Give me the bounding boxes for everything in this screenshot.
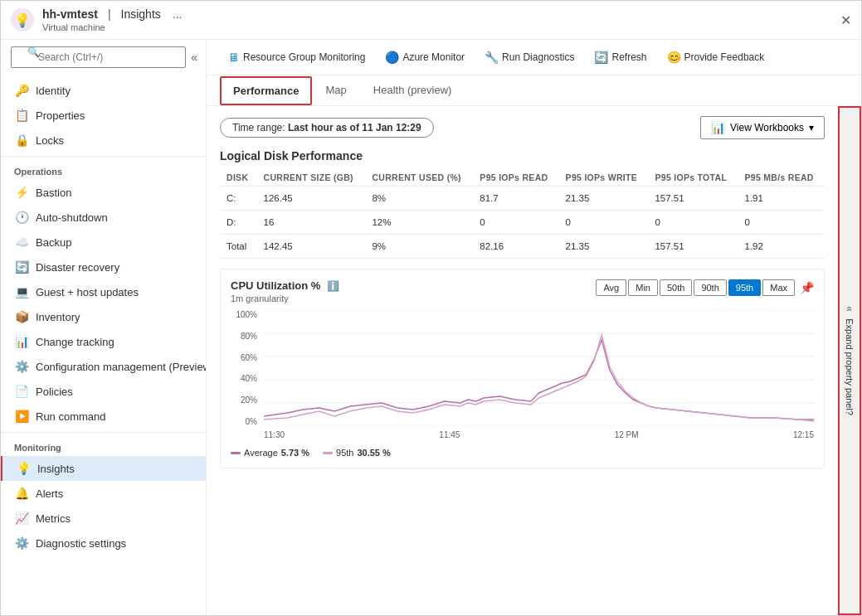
- pin-icon[interactable]: 📌: [800, 281, 814, 294]
- sidebar-item-auto-shutdown[interactable]: 🕐 Auto-shutdown: [1, 205, 206, 230]
- sidebar-item-properties[interactable]: 📋 Properties: [1, 103, 206, 128]
- chart-btn-min[interactable]: Min: [628, 279, 658, 296]
- section-header-monitoring: Monitoring: [1, 432, 206, 456]
- sidebar-nav: 🔑 Identity 📋 Properties 🔒 Locks Operatio…: [1, 75, 206, 559]
- resource-group-label: Resource Group Monitoring: [243, 51, 365, 63]
- sidebar-label-guest-host: Guest + host updates: [36, 286, 139, 298]
- tab-map-label: Map: [325, 84, 346, 96]
- disaster-recovery-icon: 🔄: [14, 259, 29, 274]
- col-used: CURRENT USED (%): [365, 169, 473, 187]
- col-mb-read: P95 MB/s READ: [738, 169, 825, 187]
- chart-x-labels: 11:30 11:45 12 PM 12:15: [264, 426, 814, 443]
- expand-property-panel-button[interactable]: Expand property panel? «: [838, 106, 861, 615]
- chart-plot: [264, 310, 814, 426]
- diagnostic-settings-icon: ⚙️: [14, 536, 29, 551]
- sidebar-item-metrics[interactable]: 📈 Metrics: [1, 506, 206, 531]
- view-workbooks-button[interactable]: 📊 View Workbooks ▾: [700, 116, 825, 139]
- sidebar-label-bastion: Bastion: [36, 187, 71, 199]
- title-separator: |: [108, 7, 111, 21]
- sidebar-label-alerts: Alerts: [36, 487, 63, 500]
- sidebar-item-guest-host[interactable]: 💻 Guest + host updates: [1, 279, 206, 304]
- disk-table-header-row: DISK CURRENT SIZE (GB) CURRENT USED (%) …: [220, 169, 825, 187]
- azure-monitor-label: Azure Monitor: [402, 51, 465, 63]
- feedback-icon: 😊: [667, 51, 681, 64]
- main-content: Time range: Last hour as of 11 Jan 12:29…: [207, 106, 838, 615]
- azure-monitor-button[interactable]: 🔵 Azure Monitor: [377, 46, 473, 68]
- content-area: 🖥 Resource Group Monitoring 🔵 Azure Moni…: [207, 40, 861, 615]
- cpu-chart-container: CPU Utilization % ℹ️ 1m granularity Avg …: [220, 269, 825, 468]
- disk-section-title: Logical Disk Performance: [220, 149, 825, 162]
- workbooks-icon: 📊: [711, 121, 725, 134]
- title-dots: ...: [173, 7, 183, 21]
- time-range-label: Time range:: [232, 122, 285, 133]
- title-bar: 💡 hh-vmtest | Insights ... Virtual machi…: [1, 1, 861, 40]
- sidebar-item-locks[interactable]: 🔒 Locks: [1, 128, 206, 153]
- sidebar-item-disaster-recovery[interactable]: 🔄 Disaster recovery: [1, 255, 206, 279]
- sidebar-label-inventory: Inventory: [36, 311, 80, 323]
- sidebar-label-config-management: Configuration management (Preview): [36, 361, 206, 373]
- chart-subtitle: 1m granularity: [231, 293, 339, 303]
- sidebar-item-config-management[interactable]: ⚙️ Configuration management (Preview): [1, 354, 206, 379]
- legend-95th-value: 30.55 %: [357, 448, 390, 458]
- provide-feedback-button[interactable]: 😊 Provide Feedback: [659, 46, 773, 68]
- chart-btn-50th[interactable]: 50th: [660, 279, 692, 296]
- close-button[interactable]: ✕: [840, 12, 851, 28]
- legend-average: Average 5.73 %: [231, 448, 309, 458]
- alerts-icon: 🔔: [14, 486, 29, 501]
- chart-btn-avg[interactable]: Avg: [596, 279, 626, 296]
- resource-group-monitoring-button[interactable]: 🖥 Resource Group Monitoring: [220, 46, 373, 68]
- tab-health[interactable]: Health (preview): [360, 75, 465, 106]
- chart-btn-95th[interactable]: 95th: [728, 279, 761, 296]
- locks-icon: 🔒: [14, 133, 29, 148]
- sidebar-label-policies: Policies: [36, 386, 73, 398]
- app-logo: 💡: [11, 8, 34, 32]
- sidebar-label-backup: Backup: [36, 236, 71, 249]
- sidebar-item-run-command[interactable]: ▶️ Run command: [1, 404, 206, 429]
- chart-info-icon[interactable]: ℹ️: [327, 280, 339, 292]
- metrics-icon: 📈: [14, 511, 29, 526]
- legend-average-dot: [231, 452, 241, 454]
- sidebar-label-properties: Properties: [36, 109, 85, 122]
- sidebar-item-change-tracking[interactable]: 📊 Change tracking: [1, 329, 206, 354]
- insights-icon: 💡: [16, 461, 31, 476]
- tab-map[interactable]: Map: [312, 75, 359, 106]
- sidebar-item-policies[interactable]: 📄 Policies: [1, 379, 206, 404]
- chart-legend: Average 5.73 % 95th 30.55 %: [231, 448, 814, 458]
- col-iops-read: P95 IOPs READ: [473, 169, 558, 187]
- sidebar-label-insights: Insights: [37, 463, 75, 475]
- sidebar-item-identity[interactable]: 🔑 Identity: [1, 78, 206, 103]
- tab-health-label: Health (preview): [373, 84, 452, 96]
- sidebar-label-change-tracking: Change tracking: [36, 336, 114, 348]
- sidebar-item-bastion[interactable]: ⚡ Bastion: [1, 180, 206, 205]
- sidebar-label-metrics: Metrics: [36, 512, 71, 525]
- inventory-icon: 📦: [14, 309, 29, 324]
- tab-performance[interactable]: Performance: [220, 76, 312, 105]
- refresh-label: Refresh: [611, 51, 646, 63]
- sidebar-collapse-button[interactable]: «: [186, 49, 202, 65]
- legend-average-label: Average: [244, 448, 278, 458]
- col-iops-total: P95 IOPs TOTAL: [648, 169, 738, 187]
- time-range-value: Last hour as of 11 Jan 12:29: [288, 122, 421, 133]
- run-diagnostics-button[interactable]: 🔧 Run Diagnostics: [476, 46, 582, 68]
- legend-95th: 95th 30.55 %: [323, 448, 391, 458]
- config-management-icon: ⚙️: [14, 359, 29, 374]
- resource-group-icon: 🖥: [228, 51, 240, 64]
- tabs-bar: Performance Map Health (preview): [207, 75, 861, 106]
- sidebar-search-area: 🔍 «: [1, 40, 206, 75]
- backup-icon: ☁️: [14, 235, 29, 250]
- chart-btn-90th[interactable]: 90th: [694, 279, 726, 296]
- view-workbooks-label: View Workbooks: [730, 122, 804, 133]
- sidebar-item-diagnostic-settings[interactable]: ⚙️ Diagnostic settings: [1, 531, 206, 555]
- section-header-operations: Operations: [1, 156, 206, 180]
- sidebar-item-inventory[interactable]: 📦 Inventory: [1, 304, 206, 329]
- run-diagnostics-label: Run Diagnostics: [502, 51, 574, 63]
- col-disk: DISK: [220, 169, 257, 187]
- sidebar-item-alerts[interactable]: 🔔 Alerts: [1, 481, 206, 506]
- sidebar-item-backup[interactable]: ☁️ Backup: [1, 230, 206, 255]
- chart-area: 100% 80% 60% 40% 20% 0%: [231, 310, 814, 443]
- chart-btn-max[interactable]: Max: [762, 279, 795, 296]
- guest-host-icon: 💻: [14, 284, 29, 299]
- sidebar-item-insights[interactable]: 💡 Insights: [1, 456, 206, 481]
- refresh-button[interactable]: 🔄 Refresh: [586, 46, 655, 68]
- change-tracking-icon: 📊: [14, 334, 29, 349]
